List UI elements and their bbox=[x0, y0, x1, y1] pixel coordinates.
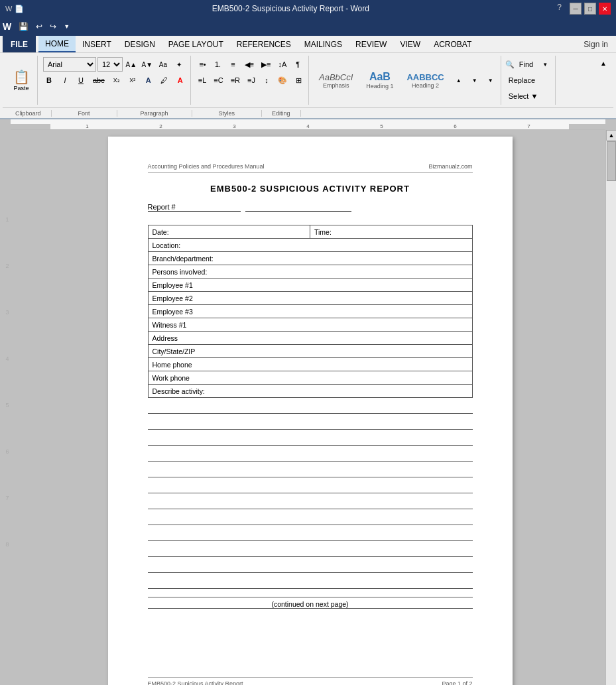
select-button[interactable]: Select ▼ bbox=[505, 89, 542, 103]
italic-button[interactable]: I bbox=[58, 74, 72, 87]
show-formatting-button[interactable]: ¶ bbox=[290, 57, 305, 72]
window-controls[interactable]: ? ─ □ ✕ bbox=[557, 3, 611, 15]
ruler-area: 1 2 3 4 5 6 7 bbox=[0, 119, 616, 130]
change-case-button[interactable]: Aa bbox=[156, 57, 170, 72]
font-name-select[interactable]: Arial Times New Roman Calibri bbox=[43, 57, 96, 72]
activity-line bbox=[148, 432, 473, 446]
grow-font-button[interactable]: A▲ bbox=[124, 57, 139, 72]
increase-indent-button[interactable]: ▶≡ bbox=[258, 57, 274, 72]
file-menu[interactable]: FILE bbox=[3, 36, 36, 52]
branch-label: Branch/department: bbox=[148, 252, 472, 265]
align-left-button[interactable]: ≡L bbox=[195, 73, 210, 88]
underline-button[interactable]: U bbox=[74, 74, 88, 87]
styles-scroll-up[interactable]: ▲ bbox=[452, 73, 466, 88]
page-layout-menu[interactable]: PAGE LAYOUT bbox=[162, 36, 230, 52]
decrease-indent-button[interactable]: ◀≡ bbox=[241, 57, 257, 72]
shading-button[interactable]: 🎨 bbox=[275, 73, 290, 88]
justify-button[interactable]: ≡J bbox=[244, 73, 259, 88]
replace-button[interactable]: Replace bbox=[505, 73, 538, 88]
font-color-button[interactable]: A bbox=[173, 73, 188, 88]
style-sample-heading2[interactable]: AABBCC Heading 2 bbox=[402, 70, 448, 91]
font-label: Font bbox=[52, 110, 117, 117]
document-header: Accounting Policies and Procedures Manua… bbox=[148, 163, 473, 173]
scroll-up-button[interactable]: ▲ bbox=[606, 130, 616, 141]
clear-format-button[interactable]: ✦ bbox=[172, 57, 186, 72]
collapse-ribbon-button[interactable]: ▲ bbox=[596, 56, 611, 70]
find-button[interactable]: Find bbox=[516, 57, 536, 72]
close-button[interactable]: ✕ bbox=[599, 3, 611, 15]
redo-button[interactable]: ↪ bbox=[47, 20, 59, 33]
scroll-track[interactable] bbox=[606, 141, 616, 685]
scroll-thumb[interactable] bbox=[607, 141, 616, 181]
employee3-label: Employee #3 bbox=[148, 305, 472, 318]
text-effect-button[interactable]: A bbox=[141, 73, 156, 88]
bold-button[interactable]: B bbox=[42, 74, 56, 87]
subscript-button[interactable]: X₂ bbox=[109, 73, 124, 88]
table-row: Home phone bbox=[148, 358, 472, 371]
table-row: Date: Time: bbox=[148, 225, 472, 239]
paste-button[interactable]: 📋 Paste bbox=[8, 64, 34, 97]
bullets-button[interactable]: ≡• bbox=[196, 57, 210, 72]
acrobat-menu[interactable]: ACROBAT bbox=[427, 36, 478, 52]
clipboard-group: 📋 Paste bbox=[5, 56, 38, 105]
mailings-menu[interactable]: MAILINGS bbox=[298, 36, 349, 52]
employee1-label: Employee #1 bbox=[148, 279, 472, 292]
table-row: Describe activity: bbox=[148, 385, 472, 398]
sign-in[interactable]: Sign in bbox=[578, 40, 613, 49]
activity-line bbox=[148, 416, 473, 430]
align-center-button[interactable]: ≡C bbox=[210, 73, 226, 88]
design-menu[interactable]: DESIGN bbox=[118, 36, 162, 52]
style-sample-heading1[interactable]: AaB Heading 1 bbox=[361, 69, 398, 92]
view-menu[interactable]: VIEW bbox=[393, 36, 427, 52]
strikethrough-button[interactable]: abc bbox=[90, 73, 108, 88]
borders-button[interactable]: ⊞ bbox=[291, 73, 306, 88]
clipboard-label: Clipboard bbox=[5, 110, 52, 117]
paste-label: Paste bbox=[13, 85, 29, 92]
references-menu[interactable]: REFERENCES bbox=[230, 36, 298, 52]
employee2-label: Employee #2 bbox=[148, 292, 472, 305]
styles-group: AaBbCcI Emphasis AaB Heading 1 AABBCC He… bbox=[310, 56, 501, 105]
multilevel-button[interactable]: ≡ bbox=[226, 57, 241, 72]
table-row: Employee #2 bbox=[148, 292, 472, 305]
insert-menu[interactable]: INSERT bbox=[76, 36, 118, 52]
activity-lines-area bbox=[148, 401, 473, 589]
paste-icon: 📋 bbox=[13, 69, 30, 85]
activity-line bbox=[148, 401, 473, 414]
activity-line bbox=[148, 560, 473, 573]
witness1-label: Witness #1 bbox=[148, 318, 472, 332]
city-label: City/State/ZIP bbox=[148, 345, 472, 358]
align-right-button[interactable]: ≡R bbox=[227, 73, 243, 88]
scrollbar-vertical[interactable]: ▲ ▼ bbox=[605, 130, 616, 685]
report-underline bbox=[245, 203, 351, 212]
ribbon-labels-row: Clipboard Font Paragraph Styles Editing bbox=[3, 107, 613, 117]
styles-expand[interactable]: ▼ bbox=[483, 73, 498, 88]
numbering-button[interactable]: 1. bbox=[211, 57, 225, 72]
line-spacing-button[interactable]: ↕ bbox=[259, 73, 274, 88]
styles-scroll-down[interactable]: ▼ bbox=[467, 73, 482, 88]
document-title: EMB500-2 SUSPICIOUS ACTIVITY REPORT bbox=[148, 184, 473, 194]
undo-button[interactable]: ↩ bbox=[33, 20, 45, 33]
home-menu[interactable]: HOME bbox=[38, 36, 76, 52]
font-size-select[interactable]: 12 10 14 16 bbox=[97, 57, 123, 72]
save-button[interactable]: 💾 bbox=[16, 20, 31, 33]
footer-right: Page 1 of 2 bbox=[442, 680, 472, 685]
review-menu[interactable]: REVIEW bbox=[349, 36, 393, 52]
restore-button[interactable]: □ bbox=[584, 3, 596, 15]
ruler: 1 2 3 4 5 6 7 bbox=[11, 119, 605, 130]
expand-find-button[interactable]: ▼ bbox=[538, 57, 552, 72]
shrink-font-button[interactable]: A▼ bbox=[140, 57, 154, 72]
document-area: Accounting Policies and Procedures Manua… bbox=[15, 130, 605, 685]
title-icons: W 📄 bbox=[5, 5, 24, 13]
activity-line bbox=[148, 528, 473, 541]
customize-button[interactable]: ▼ bbox=[61, 21, 72, 32]
sort-button[interactable]: ↕A bbox=[275, 57, 290, 72]
minimize-button[interactable]: ─ bbox=[570, 3, 582, 15]
style-sample-1[interactable]: AaBbCcI Emphasis bbox=[314, 70, 357, 91]
superscript-button[interactable]: X² bbox=[125, 73, 140, 88]
paragraph-group: ≡• 1. ≡ ◀≡ ▶≡ ↕A ¶ ≡L ≡C ≡R ≡J ↕ 🎨 ⊞ bbox=[192, 56, 309, 105]
header-right: Bizmanualz.com bbox=[428, 163, 472, 170]
help-icon[interactable]: ? bbox=[557, 3, 562, 15]
highlight-button[interactable]: 🖊 bbox=[157, 73, 172, 88]
document-footer: EMB500-2 Supicious Activity Report Page … bbox=[148, 677, 473, 685]
table-row: Employee #1 bbox=[148, 279, 472, 292]
